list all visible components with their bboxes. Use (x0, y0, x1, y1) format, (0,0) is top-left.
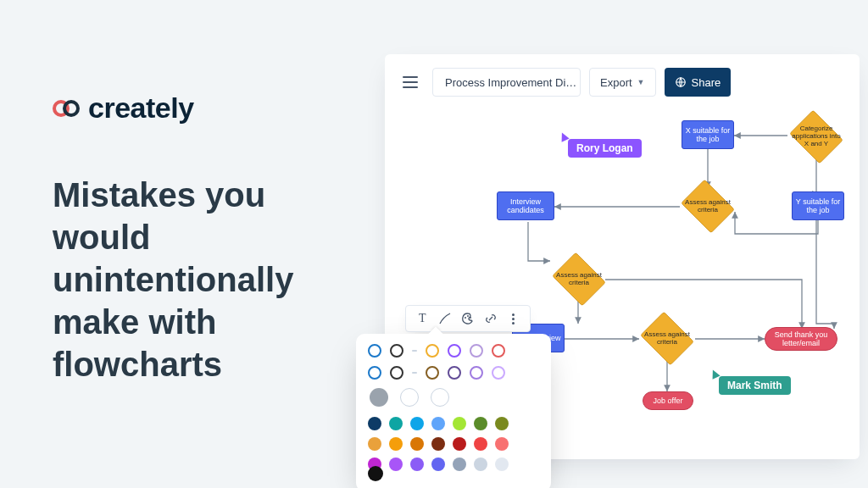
color-palette-popup[interactable] (356, 334, 551, 488)
swatch-big-outline[interactable] (400, 388, 419, 407)
swatch[interactable] (431, 458, 445, 471)
node-y-suitable[interactable]: Y suitable for the job (792, 191, 844, 220)
swatch[interactable] (389, 417, 403, 430)
swatch[interactable] (431, 437, 445, 451)
swatch-big-outline[interactable] (431, 388, 449, 407)
swatch-outline[interactable] (448, 366, 461, 380)
node-categorize-label: Categorize applications into X and Y (787, 114, 846, 160)
swatch-outline[interactable] (426, 366, 439, 380)
node-assess-1-label: Assess against criteria (678, 183, 737, 230)
swatch-outline[interactable] (470, 344, 483, 358)
palette-row (368, 458, 539, 471)
logo-rings-icon (53, 98, 81, 119)
cursor-rory: Rory Logan (568, 139, 642, 158)
swatch[interactable] (431, 417, 445, 430)
connector-tool-icon[interactable] (438, 312, 452, 325)
swatch[interactable] (389, 437, 403, 451)
palette-row (368, 437, 539, 451)
swatch[interactable] (474, 458, 487, 471)
swatch[interactable] (453, 417, 466, 430)
svg-point-1 (465, 317, 466, 319)
swatch[interactable] (389, 458, 403, 471)
node-assess-2[interactable]: Assess against criteria (549, 256, 609, 302)
brand-name: creately (88, 92, 194, 125)
swatch-outline[interactable] (470, 366, 483, 380)
node-x-suitable[interactable]: X suitable for the job (682, 120, 734, 149)
text-tool-icon[interactable]: T (415, 312, 429, 325)
swatch-outline[interactable] (426, 344, 439, 358)
palette-row-big (370, 388, 539, 407)
palette-row-outline-2 (368, 366, 539, 380)
palette-separator (412, 372, 417, 374)
format-toolbar[interactable]: T (405, 305, 531, 332)
node-assess-1[interactable]: Assess against criteria (678, 183, 737, 230)
node-categorize[interactable]: Categorize applications into X and Y (787, 114, 846, 160)
swatch[interactable] (410, 437, 424, 451)
more-tool-icon[interactable] (507, 312, 520, 325)
swatch-big[interactable] (370, 388, 388, 407)
swatch-outline[interactable] (390, 344, 403, 358)
swatch[interactable] (368, 437, 381, 451)
swatch[interactable] (474, 437, 487, 451)
node-assess-2-label: Assess against criteria (549, 256, 609, 302)
node-assess-3-label: Assess against criteria (637, 315, 697, 362)
palette-row-outline-1 (368, 344, 539, 358)
svg-point-2 (467, 315, 469, 317)
swatch[interactable] (453, 458, 466, 471)
swatch[interactable] (474, 417, 487, 430)
svg-point-3 (470, 317, 471, 319)
diagram-canvas[interactable]: X suitable for the job Y suitable for th… (385, 54, 860, 459)
swatch-outline[interactable] (492, 366, 505, 380)
swatch[interactable] (495, 417, 509, 430)
page-headline: Mistakes you would unintentionally make … (53, 174, 349, 385)
node-interview[interactable]: Interview candidates (497, 191, 554, 220)
swatch-outline[interactable] (492, 344, 505, 358)
cursor-mark: Mark Smith (719, 376, 791, 395)
palette-tool-icon[interactable] (461, 312, 475, 325)
swatch[interactable] (453, 437, 466, 451)
app-window: Process Improvement Di… Export ▼ Share (385, 54, 860, 459)
brand-logo: creately (53, 92, 375, 125)
node-assess-3[interactable]: Assess against criteria (637, 315, 697, 362)
swatch-black[interactable] (368, 466, 383, 481)
swatch-outline[interactable] (448, 344, 461, 358)
swatch[interactable] (368, 417, 381, 430)
swatch[interactable] (410, 458, 424, 471)
swatch-outline[interactable] (368, 366, 381, 380)
swatch[interactable] (410, 417, 424, 430)
swatch-outline[interactable] (368, 344, 381, 358)
link-tool-icon[interactable] (484, 312, 498, 325)
node-thankyou[interactable]: Send thank you letter/email (765, 327, 837, 351)
swatch[interactable] (495, 437, 509, 451)
swatch[interactable] (495, 458, 509, 471)
swatch-outline[interactable] (390, 366, 403, 380)
palette-separator (412, 350, 417, 352)
node-joboffer[interactable]: Job offer (643, 391, 693, 410)
palette-row (368, 417, 539, 430)
